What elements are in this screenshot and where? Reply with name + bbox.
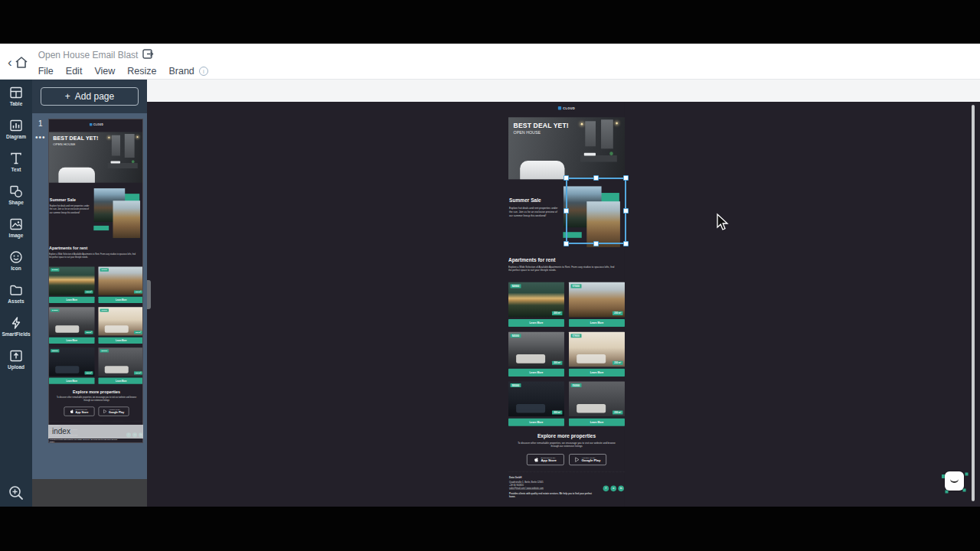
learn-more-button[interactable]: Learn More	[49, 297, 95, 303]
learn-more-button[interactable]: Learn More	[98, 337, 143, 344]
resize-handle[interactable]	[564, 175, 569, 181]
menu-brand[interactable]: Brand	[168, 66, 194, 77]
property-card[interactable]: $49900 200 m² Learn More	[49, 266, 95, 303]
page-list-item-1[interactable]: 1 ••• CLOUD BEST D	[32, 113, 147, 479]
learn-more-button[interactable]: Learn More	[98, 297, 143, 303]
app-store-badge[interactable]: Download on the App Store	[527, 454, 564, 465]
apartments-title[interactable]: Apartments for rent	[49, 246, 143, 250]
property-photo: $75000 200 m²	[98, 266, 143, 295]
sidebar-item-smartfields[interactable]: SmartFields	[0, 310, 32, 342]
sidebar-item-icon[interactable]: Icon	[0, 244, 32, 276]
learn-more-button[interactable]: Learn More	[569, 419, 625, 426]
learn-more-button[interactable]: Learn More	[508, 419, 564, 426]
hero-subheadline[interactable]: OPEN HOUSE	[514, 130, 569, 135]
hero-image[interactable]: BEST DEAL YET! OPEN HOUSE	[508, 117, 625, 179]
price-badge: $78000	[100, 308, 109, 311]
footer-blurb[interactable]: Provides clients with quality real estat…	[50, 438, 118, 443]
footer-blurb[interactable]: Provides clients with quality real estat…	[509, 492, 593, 498]
email-page[interactable]: CLOUD BEST DEAL YET! OPEN HOUSE	[508, 102, 625, 512]
property-card[interactable]: $45000 200 m² Learn More	[49, 307, 95, 344]
design-canvas[interactable]: CLOUD BEST DEAL YET! OPEN HOUSE	[147, 80, 980, 507]
apartments-body[interactable]: Explore a Wide Selection of Available Ap…	[508, 266, 617, 272]
resize-handle[interactable]	[623, 175, 629, 181]
summer-sale-image[interactable]	[93, 187, 141, 239]
menu-view[interactable]: View	[94, 66, 115, 77]
summer-sale-title[interactable]: Summer Sale	[50, 197, 90, 202]
sidebar-item-diagram[interactable]: Diagram	[0, 112, 32, 145]
resize-handle[interactable]	[593, 241, 599, 246]
resize-handle[interactable]	[593, 175, 599, 181]
google-play-badge[interactable]: Available on the Google Play	[569, 454, 606, 465]
property-card[interactable]: $92000 200 m² Learn More	[569, 382, 625, 426]
collage-photo-2	[113, 201, 141, 238]
learn-more-button[interactable]: Learn More	[98, 378, 143, 384]
resize-handle[interactable]	[564, 208, 569, 214]
google-play-badge[interactable]: Available on the Google Play	[99, 406, 129, 416]
panel-collapse-handle[interactable]	[147, 280, 151, 309]
page-thumbnail[interactable]: CLOUD BEST DEAL YET! OPEN HOUSE	[48, 119, 143, 443]
learn-more-button[interactable]: Learn More	[508, 369, 564, 377]
zoom-icon[interactable]	[7, 484, 25, 505]
property-card[interactable]: $92000 200 m² Learn More	[98, 347, 143, 384]
home-icon[interactable]	[14, 55, 29, 70]
sidebar-item-table[interactable]: Table	[0, 80, 32, 112]
resize-handle[interactable]	[623, 208, 629, 214]
property-card[interactable]: $75000 200 m² Learn More	[98, 266, 143, 303]
menu-file[interactable]: File	[38, 66, 54, 77]
sidebar-item-assets[interactable]: Assets	[0, 277, 32, 309]
facebook-icon[interactable]: f	[603, 485, 609, 491]
sidebar-item-text[interactable]: Text	[0, 145, 32, 178]
help-chat-button[interactable]	[945, 471, 964, 491]
explore-body[interactable]: To discover other remarkable properties,…	[516, 441, 617, 448]
property-card[interactable]: $75000 200 m² Learn More	[569, 282, 625, 327]
summer-sale-title[interactable]: Summer Sale	[509, 197, 559, 204]
linkedin-icon[interactable]: in	[618, 485, 624, 491]
learn-more-button[interactable]: Learn More	[49, 378, 95, 384]
property-card[interactable]: $78000 200 m² Learn More	[98, 307, 143, 344]
hero-image[interactable]: BEST DEAL YET! OPEN HOUSE	[49, 132, 143, 183]
app-store-badge[interactable]: Download on the App Store	[64, 406, 95, 416]
resize-handle[interactable]	[564, 241, 569, 246]
page-name-field[interactable]: index	[48, 425, 143, 439]
brand-logo[interactable]: CLOUD	[49, 122, 143, 126]
table-icon	[9, 86, 23, 99]
back-chevron-icon[interactable]: ‹	[8, 55, 12, 70]
open-document-icon[interactable]	[142, 48, 154, 62]
property-card[interactable]: $78000 200 m² Learn More	[569, 332, 625, 377]
footer-company[interactable]: Data GmbH	[509, 475, 593, 479]
learn-more-button[interactable]: Learn More	[569, 369, 625, 377]
page-options-icon[interactable]: •••	[35, 133, 46, 142]
explore-title[interactable]: Explore more properties	[508, 433, 625, 439]
property-card[interactable]: $85000 200 m² Learn More	[508, 382, 564, 426]
canvas-scrollbar[interactable]	[972, 105, 975, 501]
document-title[interactable]: Open House Email Blast	[38, 50, 139, 60]
summer-sale-body[interactable]: Explore hot deals and rent properties un…	[509, 207, 559, 218]
instagram-icon[interactable]: o	[610, 485, 616, 491]
learn-more-button[interactable]: Learn More	[569, 319, 625, 327]
footer-links[interactable]: sales@mail.com | www.website.com	[509, 487, 593, 490]
brand-logo[interactable]: CLOUD	[508, 106, 625, 110]
property-card[interactable]: $45000 200 m² Learn More	[508, 332, 564, 377]
hero-subheadline[interactable]: OPEN HOUSE	[53, 142, 98, 146]
hero-headline[interactable]: BEST DEAL YET!	[514, 122, 569, 129]
apartments-body[interactable]: Explore a Wide Selection of Available Ap…	[49, 253, 138, 258]
property-card[interactable]: $49900 200 m² Learn More	[508, 282, 564, 327]
explore-title[interactable]: Explore more properties	[49, 390, 143, 394]
apartments-title[interactable]: Apartments for rent	[508, 257, 625, 263]
sidebar-item-shape[interactable]: Shape	[0, 178, 32, 210]
brand-info-icon[interactable]: i	[199, 67, 208, 76]
sidebar-item-image[interactable]: Image	[0, 211, 32, 243]
selection-box[interactable]	[566, 178, 626, 244]
summer-sale-body[interactable]: Explore hot deals and rent properties un…	[50, 204, 90, 214]
add-page-button[interactable]: + Add page	[41, 87, 139, 106]
hero-headline[interactable]: BEST DEAL YET!	[53, 135, 98, 142]
property-card[interactable]: $85000 200 m² Learn More	[49, 347, 95, 384]
resize-handle[interactable]	[623, 241, 629, 246]
menu-resize[interactable]: Resize	[127, 66, 156, 77]
learn-more-button[interactable]: Learn More	[508, 319, 564, 327]
menu-edit[interactable]: Edit	[66, 66, 83, 77]
sidebar-item-upload[interactable]: Upload	[0, 343, 32, 375]
learn-more-button[interactable]: Learn More	[49, 337, 95, 344]
explore-body[interactable]: To discover other remarkable properties,…	[55, 396, 137, 402]
email-page[interactable]: CLOUD BEST DEAL YET! OPEN HOUSE	[49, 119, 143, 443]
